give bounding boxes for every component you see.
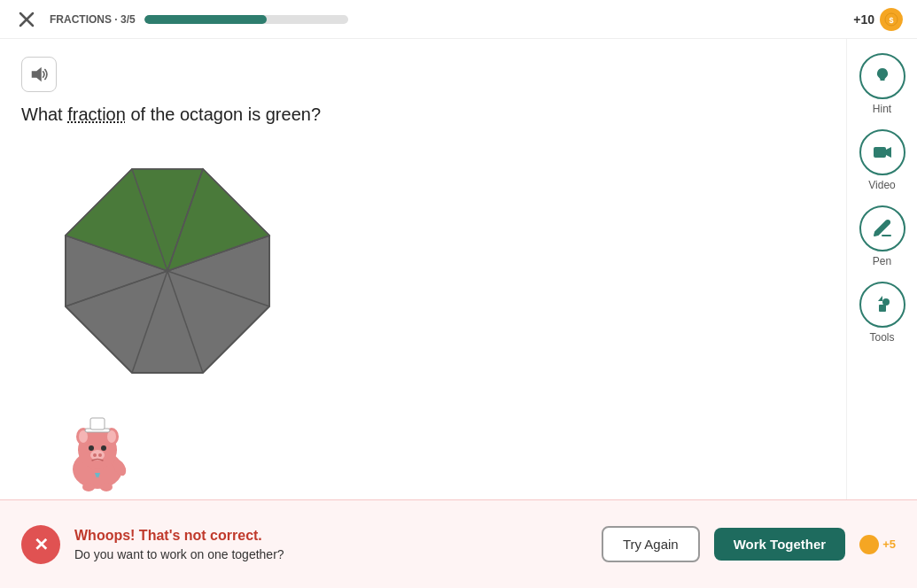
pen-icon-circle[interactable] [859,205,905,251]
error-subtitle: Do you want to work on one together? [74,547,587,561]
bonus-coin-icon [859,535,879,554]
tools-label: Tools [869,331,894,344]
header: FRACTIONS · 3/5 +10 $ [0,0,917,39]
bottom-notification-bar: ✕ Whoops! That's not correct. Do you wan… [0,499,917,588]
sidebar-item-tools[interactable]: Tools [859,282,905,344]
hint-icon-circle[interactable] [859,53,905,99]
question-text: What fraction of the octagon is green? [21,104,825,125]
error-icon: ✕ [21,525,60,564]
fraction-underline: fraction [67,104,126,124]
coin-icon: $ [880,8,903,31]
svg-point-26 [89,445,94,451]
svg-rect-38 [879,305,886,312]
main-content: What fraction of the octagon is green? [0,39,917,499]
video-label: Video [868,179,895,191]
tools-icon-circle[interactable] [859,282,905,328]
hint-label: Hint [873,103,891,115]
sidebar-item-pen[interactable]: Pen [859,205,905,267]
question-area: What fraction of the octagon is green? [0,39,846,499]
sound-button[interactable] [21,57,57,92]
error-title: Whoops! That's not correct. [74,528,587,544]
sidebar-item-hint[interactable]: Hint [859,53,905,115]
mascot-image [53,407,142,499]
sidebar: Hint Video Pen [846,39,917,499]
svg-point-27 [101,445,106,451]
close-button[interactable] [14,7,39,32]
svg-marker-37 [878,296,882,301]
svg-marker-36 [886,147,891,158]
svg-rect-35 [874,147,886,158]
progress-bar-fill [144,15,267,24]
svg-point-39 [882,298,890,306]
bonus-area: +5 [859,535,896,554]
bonus-row: +5 [859,535,896,554]
svg-text:$: $ [889,16,893,25]
error-text-area: Whoops! That's not correct. Do you want … [74,528,587,561]
bonus-text: +5 [882,538,896,551]
progress-label: FRACTIONS · 3/5 [50,13,136,26]
work-together-button[interactable]: Work Together [714,528,845,561]
svg-point-33 [82,483,95,491]
points-area: +10 $ [853,8,903,31]
svg-point-34 [100,483,113,491]
video-icon-circle[interactable] [859,129,905,175]
progress-bar [144,15,348,24]
pen-label: Pen [873,255,891,267]
svg-point-30 [98,453,102,457]
try-again-button[interactable]: Try Again [602,526,700,562]
points-text: +10 [853,12,874,27]
progress-area: FRACTIONS · 3/5 [50,13,348,26]
svg-point-29 [93,453,97,457]
svg-rect-25 [90,418,105,429]
octagon-image [48,143,825,385]
sidebar-item-video[interactable]: Video [859,129,905,191]
svg-marker-4 [32,67,42,82]
